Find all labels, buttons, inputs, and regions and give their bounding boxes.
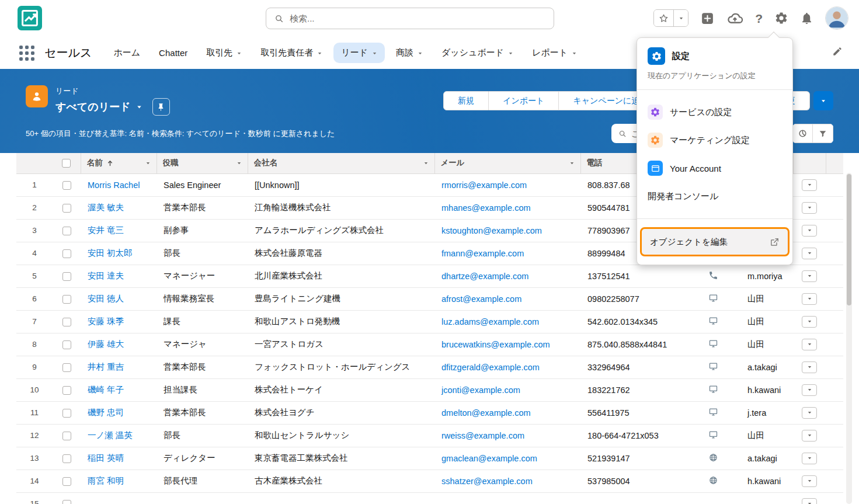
row-actions-button[interactable] <box>802 407 817 419</box>
row-checkbox[interactable] <box>62 181 71 190</box>
column-menu-button[interactable] <box>569 159 575 168</box>
favorites-menu-button[interactable] <box>674 10 688 26</box>
nav-tab-1[interactable]: Chatter <box>151 43 195 62</box>
row-select-cell[interactable] <box>53 356 81 378</box>
row-checkbox[interactable] <box>62 249 71 258</box>
row-select-cell[interactable] <box>53 310 81 333</box>
setup-menu-item-0[interactable]: サービスの設定 <box>637 98 792 126</box>
lead-name-link[interactable]: 雨宮 和明 <box>88 476 124 485</box>
lead-name-link[interactable]: Morris Rachel <box>88 180 140 190</box>
row-checkbox[interactable] <box>62 500 71 504</box>
edit-object-menu-item[interactable]: オブジェクトを編集 <box>640 227 790 256</box>
column-menu-button[interactable] <box>423 159 429 168</box>
row-checkbox[interactable] <box>62 204 71 213</box>
list-action-button-1[interactable]: インポート <box>489 91 559 110</box>
lead-name-link[interactable]: 安藤 珠季 <box>88 317 124 326</box>
lead-email-link[interactable]: mhanes@example.com <box>441 203 531 213</box>
row-actions-button[interactable] <box>802 475 817 487</box>
edit-nav-button[interactable] <box>832 46 843 59</box>
help-button[interactable]: ? <box>755 12 763 25</box>
column-menu-button[interactable] <box>237 159 242 168</box>
row-actions-button[interactable] <box>802 384 817 396</box>
lead-name-link[interactable]: 一ノ瀬 温英 <box>88 430 133 440</box>
pin-list-button[interactable] <box>152 98 170 116</box>
setup-menu-item-3[interactable]: 開発者コンソール <box>637 182 792 210</box>
lead-name-link[interactable]: 安田 達夫 <box>88 271 124 280</box>
row-checkbox[interactable] <box>62 386 71 395</box>
filters-button[interactable] <box>813 124 833 143</box>
nav-tab-2[interactable]: 取引先 <box>199 43 249 63</box>
setup-menu-item-2[interactable]: Your Account <box>637 154 792 182</box>
select-all-header[interactable] <box>53 153 81 173</box>
notifications-button[interactable] <box>800 12 813 25</box>
row-select-cell[interactable] <box>53 401 81 424</box>
row-actions-button[interactable] <box>802 498 817 504</box>
lead-email-link[interactable]: gmaclean@example.com <box>441 454 537 463</box>
global-actions-button[interactable] <box>700 11 715 26</box>
nav-tab-6[interactable]: ダッシュボード <box>434 43 521 63</box>
row-select-cell[interactable] <box>53 470 81 492</box>
row-checkbox[interactable] <box>62 295 71 304</box>
column-header-3[interactable]: メール <box>434 153 580 173</box>
lead-email-link[interactable]: kstoughton@example.com <box>441 226 542 235</box>
lead-email-link[interactable]: brucewatkins@example.com <box>441 340 550 349</box>
column-menu-button[interactable] <box>145 159 151 168</box>
row-select-cell[interactable] <box>53 333 81 356</box>
lead-name-link[interactable]: 安田 徳人 <box>88 294 124 303</box>
lead-name-link[interactable]: 磯野 忠司 <box>88 408 124 417</box>
lead-email-link[interactable]: afrost@example.com <box>441 294 521 304</box>
lead-name-link[interactable]: 井村 重吉 <box>88 362 124 371</box>
row-actions-button[interactable] <box>802 270 817 282</box>
lead-name-link[interactable]: 伊藤 雄大 <box>88 339 124 349</box>
app-launcher-button[interactable] <box>18 44 35 61</box>
row-select-cell[interactable] <box>53 492 81 504</box>
more-list-actions-button[interactable] <box>813 91 833 110</box>
global-search[interactable] <box>266 8 554 29</box>
lead-email-link[interactable]: rmorris@example.com <box>441 180 527 190</box>
row-checkbox[interactable] <box>62 409 71 418</box>
row-checkbox[interactable] <box>62 227 71 235</box>
column-header-1[interactable]: 役職 <box>157 153 248 173</box>
charts-button[interactable] <box>792 124 813 143</box>
scrollbar-thumb[interactable] <box>847 174 851 305</box>
row-actions-button[interactable] <box>802 202 817 214</box>
setup-menu-item-setup[interactable]: 設定 <box>637 47 792 65</box>
nav-tab-3[interactable]: 取引先責任者 <box>253 43 330 63</box>
row-actions-button[interactable] <box>802 453 817 464</box>
row-actions-button[interactable] <box>802 316 817 328</box>
lead-email-link[interactable]: rweiss@example.com <box>441 431 524 440</box>
lead-name-link[interactable]: 渥美 敏夫 <box>88 203 124 212</box>
user-profile-button[interactable] <box>825 6 848 30</box>
row-select-cell[interactable] <box>53 196 81 219</box>
row-checkbox[interactable] <box>62 454 71 463</box>
row-select-cell[interactable] <box>53 287 81 310</box>
row-checkbox[interactable] <box>62 477 71 486</box>
nav-tab-5[interactable]: 商談 <box>388 43 430 63</box>
setup-gear-button[interactable] <box>774 11 788 25</box>
row-actions-button[interactable] <box>802 362 817 373</box>
column-header-2[interactable]: 会社名 <box>248 153 434 173</box>
vertical-scrollbar[interactable] <box>846 173 852 504</box>
row-checkbox[interactable] <box>62 363 71 372</box>
row-actions-button[interactable] <box>802 430 817 442</box>
list-selector-chevron-icon[interactable] <box>136 104 142 110</box>
lead-email-link[interactable]: dmelton@example.com <box>441 408 531 418</box>
global-search-input[interactable] <box>290 13 545 23</box>
row-select-cell[interactable] <box>53 173 81 196</box>
lead-email-link[interactable]: jconti@example.com <box>441 385 520 395</box>
row-checkbox[interactable] <box>62 272 71 281</box>
lead-email-link[interactable]: sshatzer@example.com <box>441 477 533 486</box>
column-header-0[interactable]: 名前 <box>81 153 157 173</box>
row-actions-button[interactable] <box>802 225 817 237</box>
row-actions-button[interactable] <box>802 293 817 305</box>
guidance-center-button[interactable] <box>726 10 743 27</box>
row-select-cell[interactable] <box>53 424 81 447</box>
lead-email-link[interactable]: dfitzgerald@example.com <box>441 363 540 372</box>
row-select-cell[interactable] <box>53 219 81 242</box>
nav-tab-7[interactable]: レポート <box>524 43 585 63</box>
favorites-button[interactable] <box>654 10 674 26</box>
row-checkbox[interactable] <box>62 432 71 440</box>
lead-name-link[interactable]: 稲田 英晴 <box>88 453 124 463</box>
row-actions-button[interactable] <box>802 339 817 350</box>
row-select-cell[interactable] <box>53 378 81 401</box>
